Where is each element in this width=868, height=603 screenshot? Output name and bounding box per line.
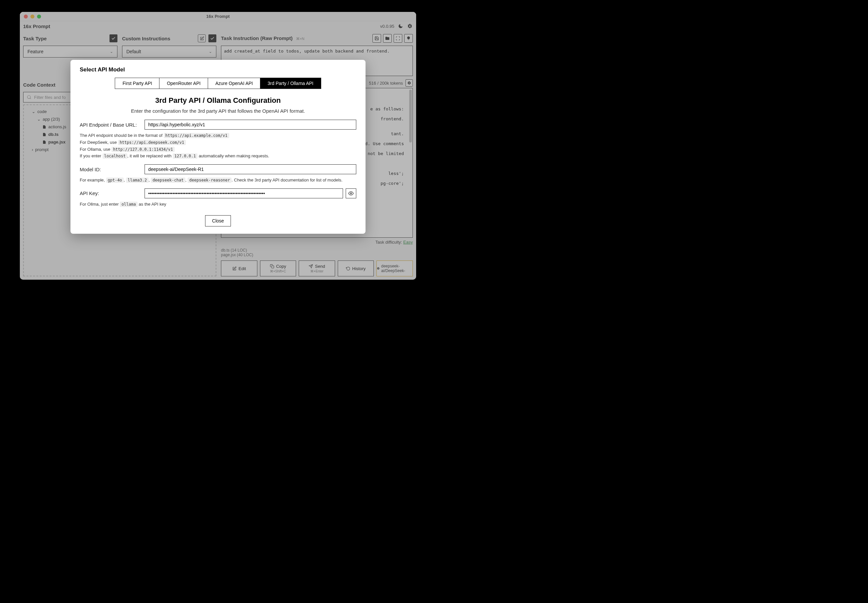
close-button[interactable]: Close [205, 215, 231, 226]
modal-subheading: Enter the configuration for the 3rd part… [80, 108, 356, 114]
tab-3rd-party[interactable]: 3rd Party / Ollama API [260, 78, 321, 89]
svg-point-5 [350, 193, 352, 194]
endpoint-label: API Endpoint / Base URL: [80, 122, 139, 128]
model-id-label: Model ID: [80, 167, 139, 172]
tab-openrouter[interactable]: OpenRouter API [159, 78, 208, 89]
modal-overlay: Select API Model First Party API OpenRou… [20, 12, 416, 280]
tab-azure[interactable]: Azure OpenAI API [208, 78, 261, 89]
model-id-hint: For example, gpt-4o, llama3.2, deepseek-… [80, 177, 356, 184]
tab-first-party[interactable]: First Party API [115, 78, 160, 89]
api-key-input[interactable] [144, 189, 343, 198]
endpoint-hint: The API endpoint should be in the format… [80, 132, 356, 160]
model-id-input[interactable] [144, 164, 356, 174]
api-key-hint: For Ollma, just enter ollama as the API … [80, 201, 356, 208]
tab-row: First Party API OpenRouter API Azure Ope… [80, 78, 356, 89]
endpoint-input[interactable] [144, 120, 356, 130]
modal-heading: 3rd Party API / Ollama Configuration [80, 96, 356, 105]
app-window: 16x Prompt 16x Prompt v0.0.95 Task Type … [20, 12, 416, 280]
api-model-modal: Select API Model First Party API OpenRou… [70, 60, 366, 234]
api-key-label: API Key: [80, 190, 139, 196]
toggle-visibility-icon[interactable] [346, 189, 356, 198]
modal-title: Select API Model [80, 66, 356, 73]
